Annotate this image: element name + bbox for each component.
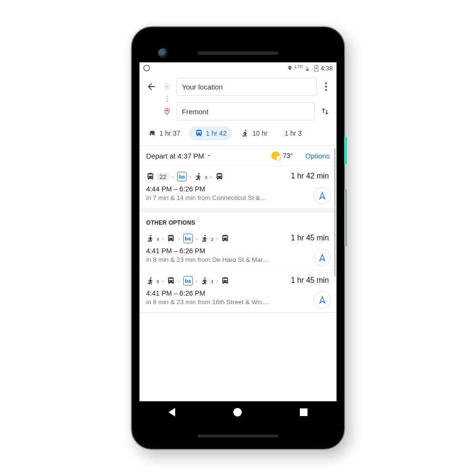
bus-icon [146,172,155,181]
tab-rideshare[interactable]: 1 hr 3 [276,126,305,140]
walk-minutes: 3 [205,175,207,180]
divider [139,312,337,313]
chevron-right-icon: › [161,278,165,285]
nav-back-button[interactable] [169,408,175,416]
tab-transit-label: 1 hr 42 [206,129,227,137]
battery-icon [314,65,319,72]
options-label: Options [305,152,330,160]
route-item[interactable]: 4 › › ba › 3 › 1 hr 45 min 4:41 PM – 6:2… [139,228,337,270]
signal-icon [305,65,312,71]
svg-rect-1 [316,65,317,65]
svg-point-9 [204,278,206,279]
navigation-arrow-icon [318,296,327,304]
temperature: 73° [283,152,293,159]
chevron-right-icon: › [215,278,219,285]
chevron-right-icon: › [195,235,198,242]
volume-rocker [344,189,347,246]
chevron-right-icon: › [177,235,181,242]
tab-rideshare-label: 1 hr 3 [285,129,302,137]
swap-button[interactable] [319,106,331,117]
tab-walking[interactable]: 10 hr [235,126,273,140]
walk-icon [146,234,155,243]
bus-icon [221,277,229,285]
location-icon [287,65,293,71]
svg-point-2 [167,110,168,111]
route-eta: in 7 min & 14 min from Connecticut St &… [146,194,330,201]
tab-transit[interactable]: 1 hr 42 [189,126,233,140]
dropdown-icon [206,153,212,159]
route-duration: 1 hr 45 min [291,234,329,242]
chevron-right-icon: › [171,173,175,180]
train-icon [195,129,203,138]
walk-icon [241,129,249,138]
bottom-speaker [198,435,278,437]
walk-icon [200,234,209,243]
tab-driving[interactable]: 1 hr 37 [142,126,186,140]
svg-point-7 [204,235,206,237]
svg-point-3 [245,130,246,131]
sun-icon [271,151,280,160]
section-gap [139,208,337,213]
svg-point-8 [150,278,151,279]
bus-icon [221,234,229,243]
chevron-right-icon: › [195,278,198,285]
route-item[interactable]: 5 › › ba › 3 › 1 hr 45 min 4:41 PM – 6:2… [139,270,337,312]
route-connector-icon [162,96,172,102]
navigation-arrow-icon [318,253,327,262]
route-duration: 1 hr 42 min [291,172,329,180]
depart-time-label: Depart at 4:37 PM [146,152,204,160]
route-times: 4:41 PM – 6:26 PM [146,247,330,255]
route-eta: in 8 min & 23 min from 16th Street & Wis… [146,298,330,306]
tab-driving-label: 1 hr 37 [159,129,180,137]
walk-icon [146,277,155,285]
status-bar: LTE 4:38 [139,62,337,74]
route-times: 4:44 PM – 6:26 PM [146,185,330,193]
chevron-right-icon: › [215,235,219,242]
options-button[interactable]: Options [305,152,330,160]
start-navigation-button[interactable] [314,291,331,308]
route-eta: in 8 min & 23 min from De Haro St & Mar… [146,256,330,263]
nav-home-button[interactable] [233,408,242,416]
other-options-label: OTHER OPTIONS [139,213,337,228]
start-navigation-button[interactable] [314,249,331,266]
bart-badge-icon: ba [183,234,193,243]
network-label: LTE [295,64,303,69]
chevron-right-icon: › [161,235,165,242]
destination-input[interactable]: Fremont [177,102,315,120]
directions-header: Your location Fremont [139,74,337,123]
back-button[interactable] [145,80,158,93]
weather: 73° [271,151,293,160]
bus-icon [167,277,175,285]
car-icon [148,129,157,138]
travel-mode-tabs: 1 hr 37 1 hr 42 10 hr 1 hr 3 [139,123,337,145]
chevron-right-icon: › [188,173,192,180]
nav-recents-button[interactable] [300,408,307,416]
screen: LTE 4:38 Your location Fremont [139,62,337,423]
chevron-right-icon: › [177,278,181,285]
front-camera [158,48,169,59]
depart-time-button[interactable]: Depart at 4:37 PM [146,152,212,160]
origin-input[interactable]: Your location [177,78,317,96]
walk-icon [200,277,209,285]
power-button [344,137,347,164]
navigation-arrow-icon [318,191,327,200]
bus-icon [167,234,175,243]
walk-minutes: 3 [211,237,213,242]
walk-icon [194,172,203,181]
route-times: 4:41 PM – 6:26 PM [146,289,330,297]
walk-minutes: 3 [211,279,213,284]
route-item[interactable]: 22 › ba › 3 › 1 hr 42 min 4:44 PM – 6:26… [139,166,337,208]
destination-pin-icon [162,107,172,116]
destination-text: Fremont [182,108,208,116]
origin-text: Your location [182,83,223,91]
chevron-right-icon: › [209,173,213,180]
controls-row: Depart at 4:37 PM 73° Options [139,146,337,166]
android-nav-bar [139,401,337,423]
start-navigation-button[interactable] [314,187,331,204]
svg-point-6 [150,235,151,237]
scrollbar[interactable] [334,148,336,277]
phone-frame: LTE 4:38 Your location Fremont [131,26,345,450]
bus-icon [215,172,224,181]
overflow-menu-button[interactable] [321,82,331,91]
tab-walking-label: 10 hr [252,129,268,137]
